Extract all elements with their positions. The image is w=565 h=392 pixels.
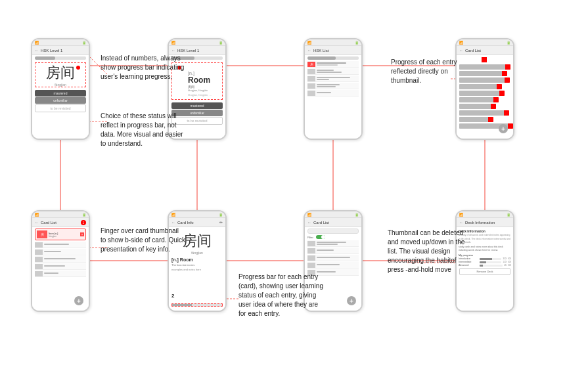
- mini-bar-3-7: [317, 84, 340, 85]
- phone-6-status-bar: 📶 🔋: [169, 211, 225, 218]
- progress-bar-3: [307, 56, 359, 60]
- fab-button-5[interactable]: +: [74, 296, 83, 305]
- back-arrow-7: ←: [307, 221, 311, 225]
- annotation-4-text: Finger over card thumbnail to show b-sid…: [101, 227, 185, 253]
- annotation-3-text: Progress of each entry reflected directl…: [391, 58, 457, 84]
- list-item-7-2: [307, 248, 359, 254]
- phone-5-title: Card List: [41, 221, 56, 225]
- bottom-progress-fill-6: [172, 304, 192, 306]
- btn-mastered-1[interactable]: mastered: [35, 90, 86, 97]
- annotation-1-text: Instead of numbers, always show progress…: [101, 54, 184, 80]
- deck-mini-bar-8-3: [480, 265, 503, 267]
- mini-bar-7-4: [317, 257, 350, 258]
- mini-bar-3-5: [317, 77, 350, 78]
- thumb-bar-red-4-4: [497, 84, 502, 89]
- thumb-7-1: [307, 241, 315, 246]
- annotation-3: Progress of each entry reflected directl…: [391, 58, 476, 85]
- list-item-5-2: [35, 249, 86, 255]
- bars-5-4: [44, 265, 86, 267]
- toggle-row-7: Filter: [307, 235, 359, 239]
- room-card-left: [n.] Room 房间 fángjian, fángjiān fángjian…: [188, 71, 212, 97]
- phone-6: 📶 🔋 ← Card Info ✏ 房间 fángjian [n.] Room …: [168, 210, 227, 312]
- mini-bar-5-4: [44, 265, 65, 267]
- item-desc-5: fángjian: [49, 235, 58, 238]
- btn-unfamiliar-1[interactable]: unfamiliar: [35, 97, 86, 104]
- list-item-7-3: [307, 255, 359, 261]
- char-label-2: [n.]: [188, 71, 212, 76]
- back-arrow-3: ←: [307, 49, 311, 53]
- thumb-7-2: [307, 248, 315, 253]
- mini-bar-5-1: [44, 244, 69, 245]
- progress-val-8-2: 120 / 400: [503, 261, 511, 263]
- deck-mini-fill-8-3: [480, 265, 483, 267]
- phone-1: 📶 🔋 ← HSK Level 1 房间 fángjian mastered u…: [31, 38, 90, 140]
- bottom-progress-6: [171, 303, 223, 307]
- toggle-knob-7: [321, 235, 325, 239]
- mini-bar-3-8: [317, 86, 336, 87]
- annotation-5: Progress bar for each entry (card), show…: [238, 272, 324, 318]
- phone-5-content: 房 Item [n.] fángjian ×: [32, 227, 89, 311]
- thumb-bar-red-4-5: [499, 91, 505, 96]
- thumb-5-1: [35, 242, 43, 248]
- thumb-bar-4-6: [459, 97, 499, 102]
- room-word: Room: [188, 76, 212, 85]
- phone-3-nav: ← HSK List: [305, 46, 361, 55]
- deck-mini-fill-8-1: [480, 258, 492, 260]
- list-item-5-3: [35, 256, 86, 263]
- back-arrow-4: ←: [459, 49, 463, 53]
- selected-item-5: 房 Item [n.] fángjian ×: [35, 229, 86, 240]
- phone-1-status-bar: 📶 🔋: [32, 39, 89, 46]
- mini-bar-7-3: [317, 250, 334, 251]
- mini-bar-3-4: [317, 72, 342, 73]
- phone-1-content: 房间 fángjian mastered unfamiliar to be re…: [32, 55, 89, 139]
- char-card-1: 房间 fángjian: [35, 62, 86, 87]
- search-bar-7[interactable]: [307, 229, 359, 234]
- btn-revisit-1[interactable]: to be revisited: [35, 104, 86, 112]
- pinyin-2: fángjian, fángjiān: [188, 89, 212, 92]
- thumb-bar-red-4-2: [502, 71, 507, 76]
- list-item-5-1: [35, 242, 86, 248]
- fab-button-7[interactable]: +: [347, 296, 356, 305]
- phone-3-status-bar: 📶 🔋: [305, 39, 361, 46]
- close-icon-5[interactable]: ×: [80, 232, 84, 236]
- phone-1-nav: ← HSK Level 1: [32, 46, 89, 55]
- pinyin-1: fángjian: [55, 83, 66, 87]
- phone-3: 📶 🔋 ← HSK List 房: [304, 38, 363, 140]
- bars-5-5: [44, 272, 86, 274]
- thumb-7-4: [307, 263, 315, 268]
- phone-7-status-bar: 📶 🔋: [305, 211, 361, 218]
- list-item-3-3: [307, 76, 359, 82]
- thumb-bar-red-4-1: [505, 64, 510, 70]
- bars-3-5: [317, 92, 359, 94]
- toggle-switch-7[interactable]: [316, 235, 325, 239]
- edit-icon-6[interactable]: ✏: [219, 220, 223, 225]
- thumb-5-5: [35, 271, 43, 276]
- phone-5-nav: ← Card List 1: [32, 218, 89, 227]
- thumb-bar-4-5: [459, 91, 505, 96]
- progress-val-8-1: 350 / 600: [503, 257, 511, 260]
- list-item-3-5: [307, 90, 359, 97]
- progress-fill-3: [307, 56, 336, 60]
- mini-bar-7-2: [317, 244, 338, 245]
- annotation-6: Thumbnail can be deleted and moved up/do…: [388, 229, 473, 274]
- btn-mastered-2[interactable]: mastered: [171, 102, 223, 109]
- mini-bar-3-2: [317, 64, 338, 66]
- progress-fill-1: [35, 56, 55, 60]
- phone-4-title: Card List: [465, 49, 481, 53]
- desc-6: The has nice rooms: [171, 263, 223, 267]
- bars-5-1: [44, 244, 86, 246]
- deck-mini-fill-8-2: [480, 261, 486, 263]
- selected-item-info-5: Item [n.] fángjian: [49, 232, 58, 238]
- thumb-bar-red-4-8: [504, 110, 509, 116]
- mini-bar-3-9: [317, 92, 331, 93]
- selected-thumb-5: 房: [37, 230, 47, 238]
- list-item-7-1: [307, 240, 359, 247]
- fab-button-4[interactable]: +: [499, 124, 508, 133]
- mini-bar-5-3: [44, 258, 76, 259]
- list-item-5-5: [35, 271, 86, 277]
- phone-8-title: Deck Information: [465, 221, 495, 225]
- list-item-7-4: [307, 262, 359, 269]
- phone-6-nav: ← Card Info ✏: [169, 218, 225, 227]
- thumb-bar-red-4-10: [508, 123, 513, 129]
- back-arrow-5: ←: [35, 221, 39, 225]
